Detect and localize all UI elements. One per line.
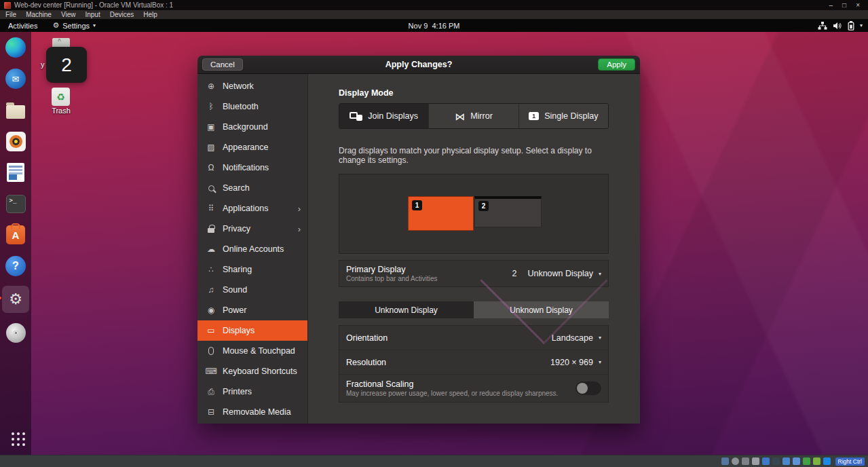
apply-button[interactable]: Apply: [598, 58, 635, 71]
desktop: ✉ >_ A ? ⚙ y 2 ♻ Trash Cancel Apply Chan…: [0, 32, 868, 455]
display-tab-1[interactable]: Unknown Display: [339, 301, 474, 318]
sidebar-item-privacy[interactable]: Privacy›: [197, 219, 307, 239]
orientation-dropdown[interactable]: Landscape ▾: [552, 333, 601, 343]
system-status-area[interactable]: ▾: [818, 19, 863, 32]
join-displays-button[interactable]: Join Displays: [339, 104, 429, 128]
resolution-row[interactable]: Resolution 1920 × 969 ▾: [339, 350, 609, 374]
sidebar-item-removable-media[interactable]: ⊟Removable Media: [197, 402, 307, 422]
app-menu-button[interactable]: ⚙ Settings ▾: [45, 19, 102, 32]
optical-drives-icon[interactable]: [732, 457, 739, 465]
sidebar-item-displays[interactable]: ▭Displays: [197, 320, 307, 341]
sidebar-item-printers[interactable]: ⎙Printers: [197, 381, 307, 402]
primary-display-dropdown[interactable]: 2 Unknown Display ▾: [512, 269, 601, 278]
mouse-icon: [206, 347, 216, 355]
menu-file[interactable]: File: [5, 11, 16, 18]
mouse-integration-icon[interactable]: [813, 457, 820, 465]
sidebar-label: Applications: [223, 204, 268, 213]
menu-input[interactable]: Input: [85, 11, 100, 18]
clock-button[interactable]: Nov 9 4:16 PM: [409, 22, 460, 30]
mirror-icon: ⋈: [455, 111, 465, 122]
power-icon: ◉: [206, 305, 216, 315]
sidebar-item-mouse-touchpad[interactable]: Mouse & Touchpad: [197, 341, 307, 361]
menu-view[interactable]: View: [61, 11, 76, 18]
menu-devices[interactable]: Devices: [110, 11, 134, 18]
files-icon: [6, 105, 25, 119]
sidebar-item-bluetooth[interactable]: ᛒBluetooth: [197, 96, 307, 117]
sidebar-item-appearance[interactable]: ▧Appearance: [197, 137, 307, 157]
resolution-label: Resolution: [346, 358, 386, 367]
display-number-osd: 2: [46, 47, 87, 83]
sidebar-item-applications[interactable]: ⠿Applications›: [197, 198, 307, 219]
fractional-scaling-toggle[interactable]: [575, 381, 601, 395]
dock-item-rhythmbox[interactable]: [4, 130, 27, 153]
monitor-1[interactable]: 1: [408, 196, 474, 231]
sidebar-label: Bluetooth: [223, 102, 259, 111]
network-adapter-icon[interactable]: [752, 457, 759, 465]
vm-screen: Activities ⚙ Settings ▾ Nov 9 4:16 PM ▾ …: [0, 19, 868, 455]
dock-item-help[interactable]: ?: [4, 255, 27, 278]
display-mode-label: Display Mode: [339, 88, 609, 98]
volume-icon: [833, 22, 842, 30]
single-display-button[interactable]: 1 Single Display: [519, 104, 608, 128]
sidebar-label: Notifications: [223, 163, 269, 172]
cancel-button[interactable]: Cancel: [202, 58, 243, 71]
trash-icon[interactable]: ♻: [52, 88, 70, 106]
primary-display-row[interactable]: Primary Display Contains top bar and Act…: [339, 260, 609, 287]
keyboard-status-icon[interactable]: [823, 457, 831, 465]
hard-disks-icon[interactable]: [721, 457, 729, 465]
maximize-button[interactable]: □: [842, 1, 846, 9]
usb-icon[interactable]: [762, 457, 770, 465]
dock-item-files[interactable]: [4, 98, 27, 122]
menu-help[interactable]: Help: [143, 11, 157, 18]
dock: ✉ >_ A ? ⚙: [0, 32, 31, 455]
sidebar-item-notifications[interactable]: ΩNotifications: [197, 157, 307, 178]
dock-item-settings[interactable]: ⚙: [2, 286, 29, 313]
dock-item-edge-browser[interactable]: [4, 36, 27, 59]
sidebar-item-power[interactable]: ◉Power: [197, 300, 307, 320]
activities-button[interactable]: Activities: [0, 19, 45, 32]
orientation-row[interactable]: Orientation Landscape ▾: [339, 325, 609, 350]
sidebar-item-search[interactable]: Search: [197, 178, 307, 198]
display-selector-tabs: Unknown Display Unknown Display: [339, 301, 609, 318]
settings-sidebar: ⊕Network ᛒBluetooth ▣Background ▧Appeara…: [197, 74, 308, 424]
dock-item-disc[interactable]: [4, 321, 27, 344]
display-status-icon[interactable]: [782, 457, 790, 465]
recording-icon[interactable]: [793, 457, 800, 465]
gnome-top-bar: Activities ⚙ Settings ▾ Nov 9 4:16 PM ▾: [0, 19, 868, 32]
chevron-down-icon: ▾: [93, 22, 96, 29]
sidebar-item-keyboard-shortcuts[interactable]: ⌨Keyboard Shortcuts: [197, 361, 307, 381]
sidebar-item-online-accounts[interactable]: ☁Online Accounts: [197, 239, 307, 259]
shared-folders-icon[interactable]: [772, 457, 780, 465]
monitor-2[interactable]: 2: [474, 196, 542, 227]
home-folder-label: y: [41, 60, 45, 69]
dock-item-terminal[interactable]: >_: [4, 192, 27, 215]
sound-icon: ♫: [206, 285, 216, 295]
dock-item-thunderbird[interactable]: ✉: [4, 67, 27, 90]
close-button[interactable]: ×: [856, 1, 860, 9]
primary-display-sublabel: Contains top bar and Activities: [346, 275, 438, 282]
audio-icon[interactable]: [742, 457, 749, 465]
features-icon[interactable]: [803, 457, 810, 465]
vbox-window-title: Web-dev center [Running] - Oracle VM Vir…: [14, 1, 829, 9]
mirror-button[interactable]: ⋈ Mirror: [429, 104, 518, 128]
virtualbox-logo-icon: [4, 2, 11, 9]
menu-machine[interactable]: Machine: [26, 11, 52, 18]
sidebar-item-sharing[interactable]: ∴Sharing: [197, 259, 307, 280]
display-settings-group: Orientation Landscape ▾ Resolution 1920 …: [339, 325, 609, 403]
sidebar-item-background[interactable]: ▣Background: [197, 117, 307, 137]
resolution-dropdown[interactable]: 1920 × 969 ▾: [550, 358, 601, 367]
display-tab-2[interactable]: Unknown Display: [474, 301, 609, 318]
dock-item-libreoffice-writer[interactable]: [4, 161, 27, 184]
settings-window: Cancel Apply Changes? Apply ⊕Network ᛒBl…: [197, 56, 640, 424]
display-mode-segmented-control: Join Displays ⋈ Mirror 1 Single Display: [339, 103, 609, 129]
clock-date: Nov 9: [409, 22, 428, 30]
chevron-down-icon: ▾: [860, 22, 863, 29]
show-applications-button[interactable]: [4, 425, 27, 448]
sidebar-label: Mouse & Touchpad: [223, 346, 295, 356]
sidebar-item-sound[interactable]: ♫Sound: [197, 280, 307, 300]
dock-item-ubuntu-software[interactable]: A: [4, 223, 27, 246]
sidebar-item-network[interactable]: ⊕Network: [197, 76, 307, 96]
applications-icon: ⠿: [206, 204, 216, 213]
minimize-button[interactable]: –: [829, 1, 833, 9]
trash-label: Trash: [52, 107, 71, 115]
